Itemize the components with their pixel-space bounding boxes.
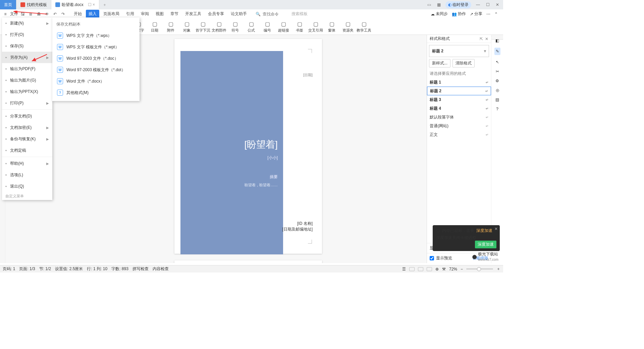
apps-icon[interactable]: ▦ — [436, 2, 442, 7]
preview-icon[interactable]: 👁 — [44, 11, 50, 17]
doc-title[interactable]: [盼望着] — [180, 138, 278, 151]
file-menu-item[interactable]: ▫输出为PPTX(X) — [2, 86, 52, 97]
maximize-icon[interactable]: ☐ — [485, 2, 491, 7]
menu-icon[interactable]: ≡ — [2, 11, 9, 17]
file-menu-item[interactable]: ▫分享文档(D) — [2, 110, 52, 122]
template-search[interactable]: 搜索模板 — [291, 11, 308, 17]
status-item[interactable]: 拼写检查 — [132, 266, 149, 272]
ribbon-item[interactable]: ▢附件 — [163, 19, 178, 34]
pin-icon[interactable]: ⇱ — [480, 37, 483, 41]
print-icon[interactable]: 🖶 — [36, 11, 42, 17]
ribbon-tab[interactable]: 论文助手 — [228, 10, 250, 18]
style-item[interactable]: 正文↵ — [427, 130, 491, 139]
ribbon-item[interactable]: ▢书签 — [292, 19, 307, 34]
command-search-input[interactable] — [263, 12, 289, 16]
new-style-button[interactable]: 新样式... — [429, 59, 450, 67]
ribbon-tab[interactable]: 开始 — [71, 10, 85, 18]
ribbon-item[interactable]: ▢交叉引用 — [308, 19, 323, 34]
close-icon[interactable]: ✕ — [494, 2, 500, 7]
login-button[interactable]: ◐ 临时登录 — [445, 1, 471, 8]
file-menu-item[interactable]: ▫另存为(A)▶ — [2, 52, 52, 63]
toast-close-icon[interactable]: ✕ — [494, 227, 498, 231]
undo-icon[interactable]: ↶ — [52, 11, 58, 17]
tab-templates[interactable]: 找稻壳模板 — [16, 0, 51, 9]
ribbon-item[interactable]: ▢超链接 — [276, 19, 291, 34]
save-icon[interactable]: 🖫 — [19, 11, 26, 17]
style-item[interactable]: 标题 4↵ — [427, 104, 491, 113]
file-menu-item[interactable]: ▫打印(P)▶ — [2, 97, 52, 109]
tab-close-icon[interactable]: ☐ × — [88, 2, 95, 7]
file-menu-item[interactable]: ▫打开(O) — [2, 29, 52, 40]
ribbon-item[interactable]: ▢文档部件 — [211, 19, 227, 34]
accelerate-button[interactable]: 深度加速 — [475, 241, 496, 248]
ribbon-tab[interactable]: 会员专享 — [205, 10, 227, 18]
ribbon-tab[interactable]: 章节 — [168, 10, 181, 18]
status-item[interactable]: 节: 1/2 — [39, 266, 51, 272]
date-field[interactable]: [日期] — [303, 72, 313, 78]
file-menu-foot[interactable]: 自定义菜单 — [2, 192, 52, 200]
redo-icon[interactable]: ↷ — [60, 11, 66, 17]
file-menu-item[interactable]: ▫选项(L) — [2, 169, 52, 181]
rail-grid-icon[interactable]: ▤ — [495, 97, 499, 102]
nav-icon[interactable]: ☰ — [402, 267, 406, 271]
file-menu-item[interactable]: ▫输出为PDF(F) — [2, 63, 52, 74]
style-item[interactable]: 标题 3↵ — [427, 95, 491, 104]
status-item[interactable]: 字数: 893 — [111, 266, 128, 272]
ribbon-tab[interactable]: 审阅 — [138, 10, 152, 18]
doc-section[interactable]: 摘要 — [180, 174, 278, 180]
zoom-in-icon[interactable]: ＋ — [496, 266, 500, 272]
collapse-ribbon-icon[interactable]: ⌃ — [494, 12, 498, 16]
ribbon-item[interactable]: ▢首字下沉 — [195, 19, 211, 34]
zoom-out-icon[interactable]: − — [461, 267, 463, 271]
minimize-icon[interactable]: — — [475, 2, 481, 7]
saveas-item[interactable]: ?其他格式(M) — [55, 87, 137, 98]
rail-icon[interactable]: ◧ — [495, 38, 499, 43]
ribbon-item[interactable]: ▢公式 — [244, 19, 259, 34]
view-mode-icon[interactable] — [418, 267, 423, 271]
ribbon-tab[interactable]: 页面布局 — [101, 10, 122, 18]
saveas-item[interactable]: WWord 文件（*.docx） — [55, 76, 137, 87]
status-item[interactable]: 内容检查 — [153, 266, 169, 272]
unsync-button[interactable]: ☁ 未同步 — [431, 11, 448, 17]
rail-loc-icon[interactable]: ◎ — [496, 88, 499, 93]
doc-desc[interactable]: 盼望着，盼望着…… — [180, 183, 278, 188]
ribbon-item[interactable]: ▢编号 — [260, 19, 275, 34]
style-item[interactable]: 默认段落字体↵ — [427, 113, 491, 121]
more-icon[interactable]: ⋯ — [486, 12, 490, 16]
ribbon-item[interactable]: ▢教学工具 — [356, 19, 372, 34]
globe-icon[interactable]: ⊕ — [435, 267, 439, 271]
saveas-icon[interactable]: 🗎 — [28, 11, 34, 17]
clear-format-button[interactable]: 清除格式 — [452, 59, 475, 67]
rail-select-icon[interactable]: ↖ — [496, 60, 499, 64]
ribbon-item[interactable]: ▢符号 — [227, 19, 243, 34]
file-menu-item[interactable]: ▫保存(S) — [2, 40, 52, 52]
status-item[interactable]: 页面: 1/3 — [19, 266, 35, 272]
ribbon-item[interactable]: ▢窗体 — [324, 19, 339, 34]
current-style[interactable]: 标题 2▾ — [429, 45, 489, 57]
status-item[interactable]: 页码: 1 — [3, 266, 15, 272]
rail-clip-icon[interactable]: ✂ — [496, 69, 499, 74]
ribbon-tab[interactable]: 视图 — [153, 10, 166, 18]
saveas-item[interactable]: WWord 97-2003 文件（*.doc） — [55, 53, 137, 64]
status-item[interactable]: 行: 1 列: 10 — [87, 266, 107, 272]
style-item[interactable]: 标题 2↵ — [427, 87, 491, 95]
rail-pen-icon[interactable]: ✎ — [494, 48, 500, 55]
ribbon-item[interactable]: ▢日期 — [147, 19, 162, 34]
zoom-slider[interactable] — [466, 268, 493, 269]
file-menu-item[interactable]: ▫备份与恢复(K)▶ — [2, 133, 52, 145]
tab-document[interactable]: 盼望着.docx☐ × — [51, 0, 99, 9]
layout-icon[interactable]: ▭ — [426, 2, 432, 7]
view-mode-icon[interactable] — [427, 267, 432, 271]
tab-add[interactable]: ＋ — [99, 0, 110, 9]
panel-close-icon[interactable]: ✕ — [485, 37, 488, 41]
file-menu-item[interactable]: ▫文档加密(E)▶ — [2, 122, 52, 133]
doc-subtitle[interactable]: [小小] — [180, 155, 278, 161]
file-label[interactable]: 文件 — [10, 11, 18, 17]
rail-setting-icon[interactable]: ⚙ — [495, 79, 499, 83]
preview-checkbox[interactable] — [430, 256, 434, 260]
coop-button[interactable]: 👥 协作 — [452, 11, 466, 17]
wrench-icon[interactable]: ⚒ — [442, 267, 446, 271]
saveas-item[interactable]: WWPS 文字 模板文件（*.wpt） — [55, 41, 137, 53]
view-mode-icon[interactable] — [409, 267, 415, 271]
style-item[interactable]: 普通(网站)↵ — [427, 121, 491, 130]
